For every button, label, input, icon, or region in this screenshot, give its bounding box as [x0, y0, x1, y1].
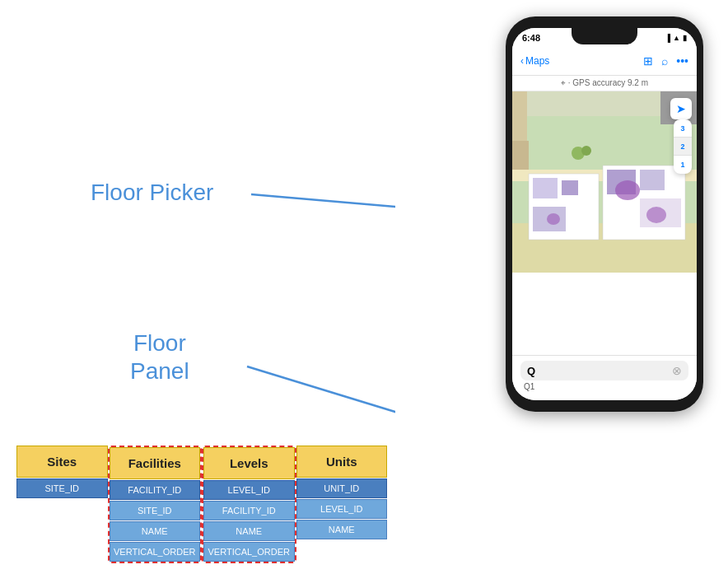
battery-icon: ▮ — [683, 34, 687, 42]
floor-3-button[interactable]: 3 — [674, 119, 692, 138]
svg-point-22 — [581, 146, 591, 156]
search-query-text: Q — [527, 365, 667, 377]
more-icon[interactable]: ••• — [676, 54, 688, 68]
phone-mockup: 6:48 ▐ ▲ ▮ ‹ Maps ⊞ ⌕ ••• — [506, 16, 703, 412]
back-label: Maps — [525, 55, 549, 67]
floor-2-button[interactable]: 2 — [674, 138, 692, 156]
levels-field-facility-id: FACILITY_ID — [203, 501, 295, 520]
search-icon[interactable]: ⌕ — [661, 54, 668, 68]
diagram-area: Floor Picker FloorPanel Sites SITE_ID Fa… — [0, 0, 395, 588]
svg-point-15 — [615, 180, 640, 200]
levels-field-level-id: LEVEL_ID — [203, 480, 295, 500]
table-col-facilities: Facilities FACILITY_ID SITE_ID NAME VERT… — [108, 446, 203, 563]
levels-field-vertical-order: VERTICAL_ORDER — [203, 542, 295, 562]
units-field-level-id: LEVEL_ID — [296, 499, 388, 519]
units-field-unit-id: UNIT_ID — [296, 478, 388, 498]
facilities-field-name: NAME — [110, 521, 201, 541]
nav-bar: ‹ Maps ⊞ ⌕ ••• — [512, 46, 697, 76]
table-diagram: Sites SITE_ID Facilities FACILITY_ID SIT… — [16, 446, 387, 563]
search-result-text: Q1 — [520, 382, 688, 391]
nav-back-button[interactable]: ‹ Maps — [520, 55, 549, 67]
floor-1-button[interactable]: 1 — [674, 156, 692, 174]
chevron-left-icon: ‹ — [520, 55, 524, 67]
table-col-sites: Sites SITE_ID — [16, 446, 108, 498]
sites-header: Sites — [16, 446, 108, 478]
signal-icon: ▐ — [665, 34, 670, 42]
units-field-name: NAME — [296, 520, 388, 539]
gps-accuracy-text: GPS accuracy 9.2 m — [572, 78, 648, 87]
svg-rect-19 — [512, 91, 527, 141]
svg-rect-10 — [562, 180, 578, 195]
search-bar[interactable]: Q ⊗ — [520, 361, 688, 380]
layers-icon[interactable]: ⊞ — [643, 54, 653, 68]
location-icon: ➤ — [676, 102, 686, 115]
sites-field-site-id: SITE_ID — [16, 478, 108, 498]
gps-accuracy-icon: ⌖ · — [561, 78, 572, 87]
map-area[interactable]: ➤ 3 2 1 — [512, 91, 697, 273]
floor-picker-label: Floor Picker — [91, 180, 213, 206]
phone-outer: 6:48 ▐ ▲ ▮ ‹ Maps ⊞ ⌕ ••• — [506, 16, 703, 412]
facilities-field-vertical-order: VERTICAL_ORDER — [110, 542, 201, 562]
table-col-units: Units UNIT_ID LEVEL_ID NAME — [296, 446, 388, 539]
levels-field-name: NAME — [203, 521, 295, 541]
svg-line-2 — [247, 366, 395, 445]
svg-rect-18 — [512, 141, 529, 170]
svg-line-1 — [251, 194, 395, 217]
wifi-icon: ▲ — [673, 34, 680, 42]
table-col-levels: Levels LEVEL_ID FACILITY_ID NAME VERTICA… — [202, 446, 296, 563]
phone-notch — [572, 28, 637, 44]
facilities-header: Facilities — [110, 447, 201, 479]
facilities-field-site-id: SITE_ID — [110, 501, 201, 520]
location-button[interactable]: ➤ — [670, 98, 692, 119]
floor-panel-label: FloorPanel — [130, 329, 189, 385]
gps-bar: ⌖ · GPS accuracy 9.2 m — [512, 76, 697, 91]
status-time: 6:48 — [522, 33, 540, 43]
units-header: Units — [296, 446, 388, 478]
search-panel: Q ⊗ Q1 — [512, 355, 697, 400]
search-clear-button[interactable]: ⊗ — [672, 364, 682, 377]
levels-header: Levels — [203, 447, 295, 479]
svg-point-16 — [646, 207, 666, 223]
nav-icons: ⊞ ⌕ ••• — [643, 54, 688, 68]
floor-picker-widget[interactable]: 3 2 1 — [674, 119, 692, 174]
svg-rect-9 — [533, 178, 558, 198]
status-icons: ▐ ▲ ▮ — [665, 34, 687, 42]
facilities-field-facility-id: FACILITY_ID — [110, 480, 201, 500]
phone-screen: 6:48 ▐ ▲ ▮ ‹ Maps ⊞ ⌕ ••• — [512, 28, 697, 400]
svg-rect-13 — [640, 170, 665, 190]
map-svg — [512, 91, 697, 273]
svg-point-17 — [547, 213, 560, 225]
